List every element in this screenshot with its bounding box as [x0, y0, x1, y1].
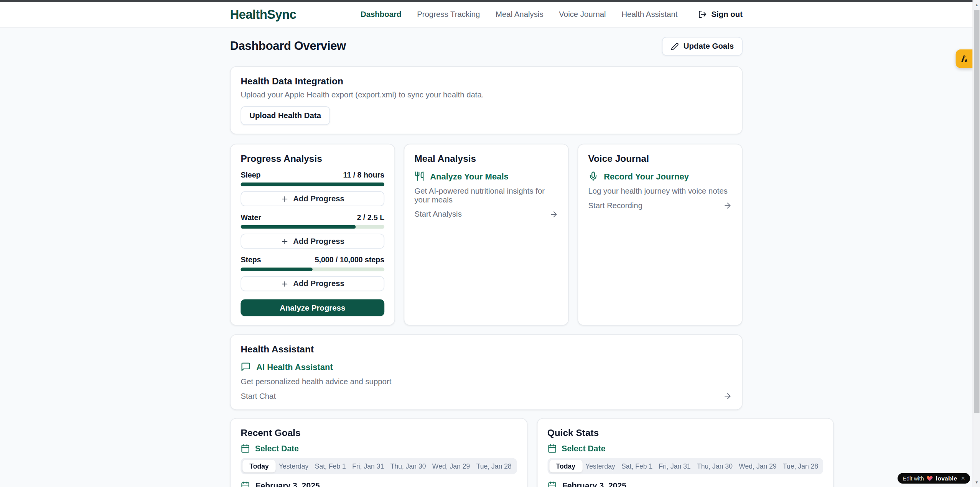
edit-with-label: Edit with	[903, 475, 924, 481]
utensils-icon	[414, 171, 424, 181]
tab-tue-jan-28[interactable]: Tue, Jan 28	[780, 460, 822, 472]
add-progress-label: Add Progress	[293, 237, 344, 246]
calendar-icon	[240, 444, 250, 453]
start-recording-action[interactable]: Start Recording	[588, 201, 732, 210]
sleep-progress-bar	[240, 183, 384, 186]
recent-goals-select-date[interactable]: Select Date	[240, 444, 517, 453]
meal-analysis-card: Meal Analysis Analyze Your Meals Get AI-…	[404, 144, 569, 326]
tab-fri-jan-31[interactable]: Fri, Jan 31	[656, 460, 693, 472]
steps-value: 5,000 / 10,000 steps	[315, 256, 385, 265]
pencil-icon	[671, 42, 679, 50]
arrow-right-icon	[549, 210, 558, 219]
health-assistant-title: Health Assistant	[240, 344, 732, 354]
app-logo[interactable]: HealthSync	[230, 7, 296, 21]
main-content: Dashboard Overview Update Goals Health D…	[230, 28, 743, 487]
water-add-progress-button[interactable]: Add Progress	[240, 234, 384, 248]
meal-description: Get AI-powered nutritional insights for …	[414, 187, 558, 204]
record-your-journey-link[interactable]: Record Your Journey	[588, 171, 732, 181]
select-date-label: Select Date	[255, 444, 299, 453]
steps-metric: Steps 5,000 / 10,000 steps Add Progress	[240, 256, 384, 291]
calendar-icon	[547, 444, 557, 453]
analyze-your-meals-label: Analyze Your Meals	[430, 171, 509, 181]
lovable-label: lovable	[936, 475, 957, 482]
ai-health-assistant-link[interactable]: AI Health Assistant	[240, 362, 732, 372]
heart-gradient-icon	[926, 475, 933, 482]
sign-out-label: Sign out	[711, 10, 742, 19]
select-date-label: Select Date	[562, 444, 605, 453]
close-icon[interactable]: ✕	[961, 475, 965, 481]
voice-journal-title: Voice Journal	[588, 153, 732, 164]
current-date-label: February 3, 2025	[256, 481, 320, 487]
tab-wed-jan-29[interactable]: Wed, Jan 29	[736, 460, 780, 472]
tab-today[interactable]: Today	[549, 460, 582, 472]
start-chat-label: Start Chat	[240, 392, 276, 401]
start-analysis-label: Start Analysis	[414, 210, 461, 219]
integration-description: Upload your Apple Health export (export.…	[240, 90, 732, 99]
voice-description: Log your health journey with voice notes	[588, 187, 732, 196]
progress-analysis-card: Progress Analysis Sleep 11 / 8 hours Add…	[230, 144, 395, 326]
nav-meal-analysis[interactable]: Meal Analysis	[496, 10, 544, 19]
app-header: HealthSync Dashboard Progress Tracking M…	[0, 2, 973, 28]
plus-icon	[281, 195, 289, 203]
arrow-right-icon	[723, 392, 732, 401]
window-top-edge	[0, 0, 980, 2]
tab-tue-jan-28[interactable]: Tue, Jan 28	[473, 460, 515, 472]
calendar-icon	[547, 481, 557, 487]
nav-dashboard[interactable]: Dashboard	[361, 10, 401, 19]
tab-today[interactable]: Today	[242, 460, 275, 472]
update-goals-label: Update Goals	[684, 42, 734, 51]
quick-stats-card: Quick Stats Select Date Today Yesterday …	[537, 418, 834, 487]
scrollbar-thumb[interactable]	[974, 10, 980, 413]
chat-bubble-icon	[240, 362, 250, 372]
health-assistant-card: Health Assistant AI Health Assistant Get…	[230, 334, 743, 410]
quick-stats-select-date[interactable]: Select Date	[547, 444, 824, 453]
water-value: 2 / 2.5 L	[357, 213, 384, 222]
tab-sat-feb-1[interactable]: Sat, Feb 1	[618, 460, 656, 472]
tab-thu-jan-30[interactable]: Thu, Jan 30	[387, 460, 429, 472]
edit-with-lovable-badge[interactable]: Edit with lovable ✕	[898, 473, 970, 484]
tab-sat-feb-1[interactable]: Sat, Feb 1	[312, 460, 349, 472]
tab-fri-jan-31[interactable]: Fri, Jan 31	[349, 460, 387, 472]
water-progress-bar	[240, 225, 384, 229]
nav-voice-journal[interactable]: Voice Journal	[559, 10, 606, 19]
recent-goals-date-tabs: Today Yesterday Sat, Feb 1 Fri, Jan 31 T…	[240, 458, 517, 474]
lovable-editor-badge[interactable]	[956, 49, 973, 68]
water-metric: Water 2 / 2.5 L Add Progress	[240, 213, 384, 249]
start-analysis-action[interactable]: Start Analysis	[414, 210, 558, 219]
analyze-progress-button[interactable]: Analyze Progress	[240, 299, 384, 316]
start-recording-label: Start Recording	[588, 201, 642, 210]
nav-progress-tracking[interactable]: Progress Tracking	[417, 10, 480, 19]
tab-yesterday[interactable]: Yesterday	[582, 460, 618, 472]
calendar-icon	[240, 481, 250, 487]
sleep-add-progress-button[interactable]: Add Progress	[240, 191, 384, 206]
steps-label: Steps	[240, 256, 261, 265]
analyze-your-meals-link[interactable]: Analyze Your Meals	[414, 171, 558, 181]
water-label: Water	[240, 213, 261, 222]
steps-progress-bar	[240, 267, 384, 271]
scrollbar-up-button[interactable]: ▲	[973, 1, 980, 10]
vertical-scrollbar[interactable]: ▲ ▼	[973, 0, 980, 487]
upload-health-data-button[interactable]: Upload Health Data	[240, 106, 329, 125]
sleep-label: Sleep	[240, 171, 260, 179]
plus-icon	[281, 280, 289, 288]
recent-goals-card: Recent Goals Select Date Today Yesterday…	[230, 418, 527, 487]
quick-stats-title: Quick Stats	[547, 428, 824, 438]
progress-analysis-title: Progress Analysis	[240, 153, 384, 164]
start-chat-action[interactable]: Start Chat	[240, 392, 732, 401]
scrollbar-down-button[interactable]: ▼	[973, 478, 980, 487]
page-title: Dashboard Overview	[230, 39, 346, 53]
meal-analysis-title: Meal Analysis	[414, 153, 558, 164]
tab-yesterday[interactable]: Yesterday	[276, 460, 312, 472]
add-progress-label: Add Progress	[293, 194, 344, 203]
assistant-description: Get personalized health advice and suppo…	[240, 377, 732, 386]
nav-health-assistant[interactable]: Health Assistant	[621, 10, 677, 19]
sign-out-button[interactable]: Sign out	[698, 10, 743, 19]
update-goals-button[interactable]: Update Goals	[662, 37, 743, 56]
lovable-bolt-icon	[959, 54, 969, 64]
recent-goals-current-date: February 3, 2025	[240, 481, 517, 487]
steps-add-progress-button[interactable]: Add Progress	[240, 276, 384, 291]
quick-stats-date-tabs: Today Yesterday Sat, Feb 1 Fri, Jan 31 T…	[547, 458, 824, 474]
tab-thu-jan-30[interactable]: Thu, Jan 30	[694, 460, 736, 472]
sleep-metric: Sleep 11 / 8 hours Add Progress	[240, 171, 384, 206]
tab-wed-jan-29[interactable]: Wed, Jan 29	[429, 460, 473, 472]
